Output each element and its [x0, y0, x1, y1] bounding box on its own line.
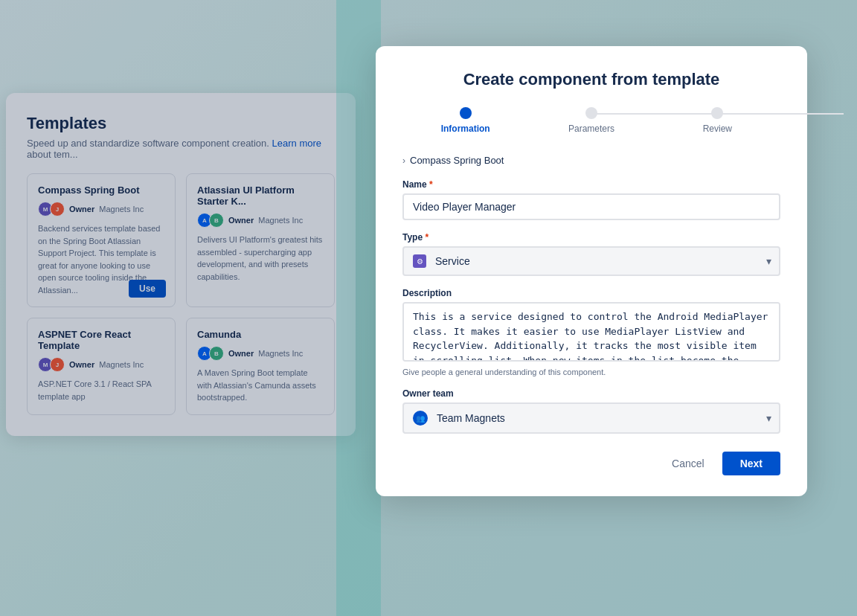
chevron-down-icon: ▾	[766, 255, 771, 267]
description-hint: Give people a general understanding of t…	[402, 368, 780, 376]
name-required-indicator: *	[429, 179, 433, 190]
description-textarea[interactable]: This is a service designed to control th…	[402, 302, 780, 362]
service-icon	[413, 254, 426, 268]
step-label-information: Information	[441, 123, 490, 134]
chevron-down-icon: ▾	[766, 412, 771, 424]
owner-team-field-group: Owner team 👥 Team Magnets ▾	[402, 388, 780, 434]
team-icon: 👥	[413, 411, 428, 426]
dialog-footer: Cancel Next	[402, 452, 780, 475]
owner-team-select-inner: 👥 Team Magnets	[413, 411, 505, 426]
type-select-inner: Service	[413, 254, 470, 268]
chevron-right-icon: ›	[402, 155, 405, 166]
step-parameters: Parameters	[528, 107, 654, 134]
step-label-review: Review	[703, 123, 732, 134]
owner-team-select-wrapper: 👥 Team Magnets ▾	[402, 402, 780, 434]
type-label: Type *	[402, 232, 780, 243]
type-select-wrapper: Service ▾	[402, 246, 780, 276]
name-label: Name *	[402, 179, 780, 190]
step-information: Information	[402, 107, 528, 134]
cancel-button[interactable]: Cancel	[661, 452, 715, 475]
description-field-group: Description This is a service designed t…	[402, 288, 780, 376]
template-source-name: Compass Spring Boot	[410, 155, 504, 166]
template-source-row: › Compass Spring Boot	[402, 155, 780, 166]
name-field-group: Name *	[402, 179, 780, 220]
owner-team-select[interactable]: 👥 Team Magnets ▾	[402, 402, 780, 434]
type-selected-value: Service	[435, 255, 470, 267]
create-component-dialog: Create component from template Informati…	[376, 46, 807, 496]
step-dot-information	[460, 107, 472, 119]
next-button[interactable]: Next	[722, 452, 780, 475]
type-select[interactable]: Service ▾	[402, 246, 780, 276]
stepper: Information Parameters Review	[402, 107, 780, 134]
dialog-title: Create component from template	[402, 70, 780, 89]
owner-team-label: Owner team	[402, 388, 780, 399]
owner-team-selected-value: Team Magnets	[437, 412, 505, 424]
type-required-indicator: *	[425, 232, 428, 243]
step-label-parameters: Parameters	[568, 123, 614, 134]
type-field-group: Type * Service ▾	[402, 232, 780, 276]
name-input[interactable]	[402, 193, 780, 220]
step-dot-review	[711, 107, 723, 119]
description-label: Description	[402, 288, 780, 298]
step-dot-parameters	[585, 107, 597, 119]
step-review: Review	[655, 107, 780, 134]
